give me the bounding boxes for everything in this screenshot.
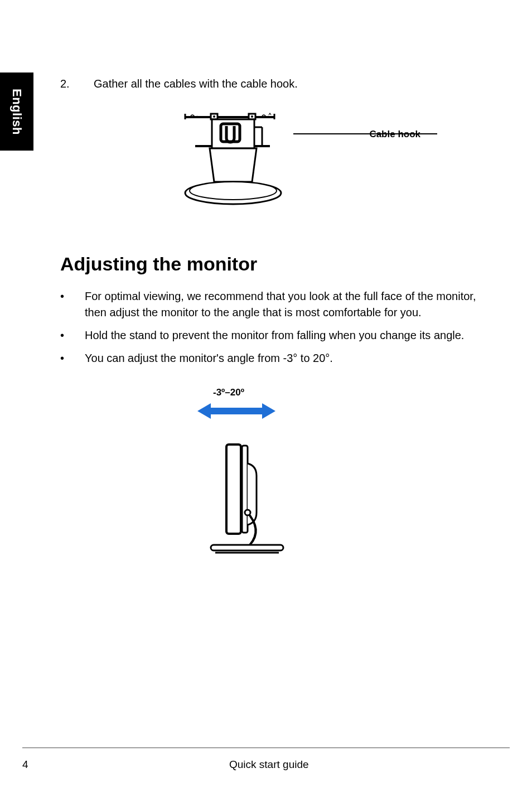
- list-item: •For optimal viewing, we recommend that …: [60, 288, 495, 321]
- svg-point-14: [190, 182, 277, 200]
- step-item: 2. Gather all the cables with the cable …: [60, 76, 495, 91]
- bullet-dot: •: [60, 288, 69, 321]
- footer-title: Quick start guide: [28, 758, 510, 771]
- bullet-text: You can adjust the monitor's angle from …: [85, 350, 333, 366]
- double-arrow-icon: [197, 403, 275, 419]
- bullet-text: Hold the stand to prevent the monitor fr…: [85, 327, 464, 344]
- svg-rect-19: [211, 545, 283, 550]
- figure-cable-hook: Cable hook: [183, 112, 417, 206]
- tilt-range-label: -3º–20º: [213, 387, 244, 398]
- svg-rect-16: [226, 445, 241, 534]
- bullet-text: For optimal viewing, we recommend that y…: [85, 288, 495, 321]
- bullet-dot: •: [60, 350, 69, 366]
- list-item: •Hold the stand to prevent the monitor f…: [60, 327, 495, 344]
- bullet-dot: •: [60, 327, 69, 344]
- language-label: English: [9, 89, 24, 135]
- svg-point-18: [245, 510, 250, 515]
- footer-divider: [22, 747, 510, 748]
- svg-point-6: [251, 115, 253, 118]
- svg-point-4: [213, 115, 215, 118]
- bullet-list: •For optimal viewing, we recommend that …: [60, 288, 495, 366]
- step-text: Gather all the cables with the cable hoo…: [94, 76, 298, 91]
- page-number: 4: [22, 758, 28, 771]
- language-tab: English: [0, 73, 33, 151]
- step-number: 2.: [60, 76, 75, 91]
- svg-rect-17: [242, 446, 248, 533]
- figure-callout-label: Cable hook: [369, 129, 420, 140]
- monitor-side-illustration: [192, 389, 303, 570]
- list-item: •You can adjust the monitor's angle from…: [60, 350, 495, 366]
- figure-tilt: -3º–20º: [192, 389, 303, 570]
- svg-rect-12: [221, 124, 240, 142]
- svg-marker-15: [197, 403, 275, 419]
- monitor-rear-illustration: [183, 112, 317, 206]
- section-heading: Adjusting the monitor: [60, 253, 495, 275]
- page-footer: 4 Quick start guide: [22, 758, 510, 771]
